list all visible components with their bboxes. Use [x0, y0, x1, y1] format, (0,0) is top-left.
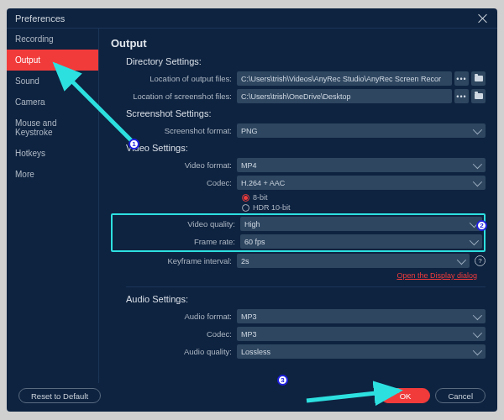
screenshot-format-select[interactable]: PNG: [237, 123, 486, 138]
chevron-down-icon: [473, 159, 482, 168]
open-screenshot-folder-button[interactable]: [471, 89, 486, 103]
chevron-down-icon: [457, 255, 466, 264]
sidebar: Recording Output Sound Camera Mouse and …: [7, 29, 99, 383]
row-audio-codec: Codec: MP3: [111, 327, 486, 341]
row-audio-quality: Audio quality: Lossless: [111, 344, 486, 359]
cancel-button[interactable]: Cancel: [435, 388, 486, 403]
screenshot-files-input[interactable]: C:\Users\trish\OneDrive\Desktop: [237, 89, 452, 103]
titlebar: Preferences: [7, 8, 497, 29]
ok-button[interactable]: OK: [381, 388, 431, 403]
annotation-badge-2: 2: [476, 220, 487, 231]
directory-settings-title: Directory Settings:: [126, 56, 486, 66]
chevron-down-icon: [473, 176, 482, 186]
video-codec-label: Codec:: [111, 178, 237, 187]
row-video-format: Video format: MP4: [111, 158, 486, 172]
radio-icon: [242, 194, 249, 202]
row-keyframe-interval: Keyframe interval: 2s ?: [111, 254, 486, 268]
radio-8bit[interactable]: 8-bit: [111, 193, 486, 202]
close-icon[interactable]: [477, 13, 489, 24]
video-format-label: Video format:: [111, 160, 237, 170]
window-title: Preferences: [15, 13, 65, 24]
body: Recording Output Sound Camera Mouse and …: [7, 29, 497, 383]
chevron-down-icon: [473, 345, 482, 354]
open-display-dialog-link[interactable]: Open the Display dialog: [111, 271, 486, 280]
output-files-input[interactable]: C:\Users\trish\Videos\AnyRec Studio\AnyR…: [237, 71, 452, 86]
sidebar-item-recording[interactable]: Recording: [7, 29, 98, 50]
sidebar-item-more[interactable]: More: [7, 164, 98, 185]
annotation-badge-3: 3: [277, 375, 288, 386]
ellipsis-icon: •••: [456, 92, 466, 101]
audio-settings-title: Audio Settings:: [126, 294, 486, 304]
help-icon[interactable]: ?: [475, 255, 486, 266]
sidebar-item-output[interactable]: Output: [7, 50, 98, 71]
frame-rate-select[interactable]: 60 fps: [240, 234, 482, 249]
sidebar-item-camera[interactable]: Camera: [7, 92, 98, 113]
keyframe-interval-label: Keyframe interval:: [111, 256, 237, 265]
browse-screenshot-button[interactable]: •••: [454, 89, 469, 103]
video-quality-label: Video quality:: [114, 219, 240, 228]
row-screenshot-format: Screenshot format: PNG: [111, 123, 486, 138]
content-panel: Output Directory Settings: Location of o…: [99, 29, 497, 383]
video-format-select[interactable]: MP4: [237, 158, 486, 172]
annotation-badge-1: 1: [129, 139, 139, 150]
reset-to-default-button[interactable]: Reset to Default: [18, 388, 101, 403]
page-title: Output: [111, 37, 486, 50]
sidebar-item-sound[interactable]: Sound: [7, 71, 98, 92]
divider: [126, 286, 486, 287]
footer: Reset to Default OK Cancel: [7, 383, 497, 412]
browse-output-button[interactable]: •••: [454, 71, 469, 86]
output-files-label: Location of output files:: [111, 74, 237, 83]
preferences-window: Preferences Recording Output Sound Camer…: [7, 8, 497, 412]
audio-format-label: Audio format:: [111, 312, 237, 321]
row-screenshot-files: Location of screenshot files: C:\Users\t…: [111, 89, 486, 103]
row-audio-format: Audio format: MP3: [111, 309, 486, 323]
sidebar-item-hotkeys[interactable]: Hotkeys: [7, 143, 98, 164]
screenshot-format-label: Screenshot format:: [111, 126, 237, 135]
ellipsis-icon: •••: [456, 75, 466, 83]
video-codec-select[interactable]: H.264 + AAC: [237, 176, 486, 190]
folder-icon: [475, 76, 483, 81]
highlight-quality-framerate: Video quality: High Frame rate: 60 fps: [111, 213, 486, 252]
row-video-codec: Codec: H.264 + AAC: [111, 176, 486, 190]
row-video-quality: Video quality: High: [114, 217, 482, 231]
sidebar-item-mouse-keystroke[interactable]: Mouse and Keystroke: [7, 113, 98, 143]
frame-rate-label: Frame rate:: [114, 237, 240, 246]
video-settings-title: Video Settings:: [126, 143, 486, 153]
audio-format-select[interactable]: MP3: [237, 309, 486, 323]
audio-quality-label: Audio quality:: [111, 347, 237, 356]
row-output-files: Location of output files: C:\Users\trish…: [111, 71, 486, 86]
radio-hdr10bit[interactable]: HDR 10-bit: [111, 203, 486, 212]
folder-icon: [475, 93, 483, 99]
audio-quality-select[interactable]: Lossless: [237, 344, 486, 359]
screenshot-files-label: Location of screenshot files:: [111, 92, 237, 101]
radio-icon: [242, 204, 249, 212]
chevron-down-icon: [473, 310, 482, 319]
open-output-folder-button[interactable]: [471, 71, 486, 86]
row-frame-rate: Frame rate: 60 fps: [114, 234, 482, 249]
chevron-down-icon: [470, 235, 479, 244]
audio-codec-label: Codec:: [111, 329, 237, 339]
chevron-down-icon: [473, 124, 482, 134]
keyframe-interval-select[interactable]: 2s: [237, 254, 470, 268]
chevron-down-icon: [473, 328, 482, 337]
video-quality-select[interactable]: High: [240, 217, 482, 231]
screenshot-settings-title: Screenshot Settings:: [126, 108, 486, 118]
audio-codec-select[interactable]: MP3: [237, 327, 486, 341]
